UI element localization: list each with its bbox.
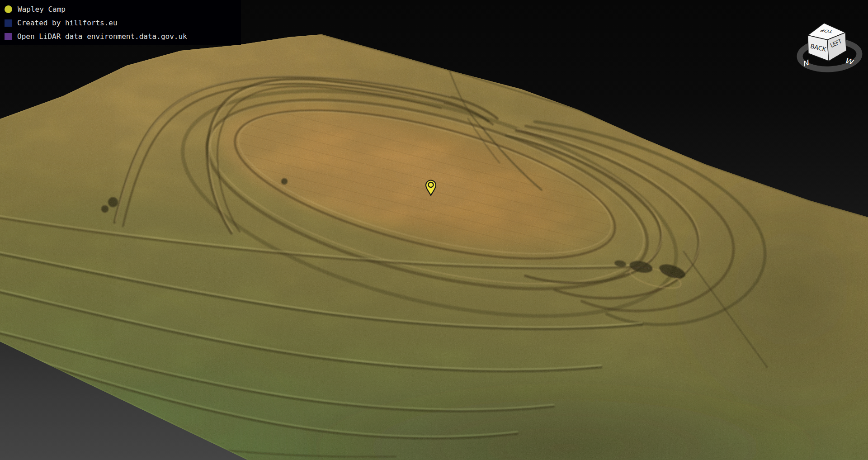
data-source-swatch-icon [5, 33, 12, 40]
legend-item-data-source: Open LiDAR data environment.data.gov.uk [5, 30, 241, 43]
lidar-viewport[interactable]: Wapley Camp Created by hillforts.eu Open… [0, 0, 868, 460]
legend-item-credit: Created by hillforts.eu [5, 16, 241, 30]
site-swatch-icon [5, 5, 12, 13]
legend-item-site: Wapley Camp [5, 3, 241, 16]
legend-site-label: Wapley Camp [18, 5, 66, 14]
legend-data-source-label: Open LiDAR data environment.data.gov.uk [17, 32, 187, 41]
credit-swatch-icon [5, 19, 12, 27]
view-cube[interactable]: N W TOP BACK LEFT [781, 8, 868, 76]
legend-panel: Wapley Camp Created by hillforts.eu Open… [0, 0, 241, 45]
site-marker-pin[interactable] [423, 178, 439, 199]
terrain-grain-light [0, 0, 868, 460]
legend-credit-label: Created by hillforts.eu [17, 19, 118, 27]
terrain-render[interactable] [0, 0, 868, 460]
terrain-surface[interactable] [0, 0, 868, 460]
